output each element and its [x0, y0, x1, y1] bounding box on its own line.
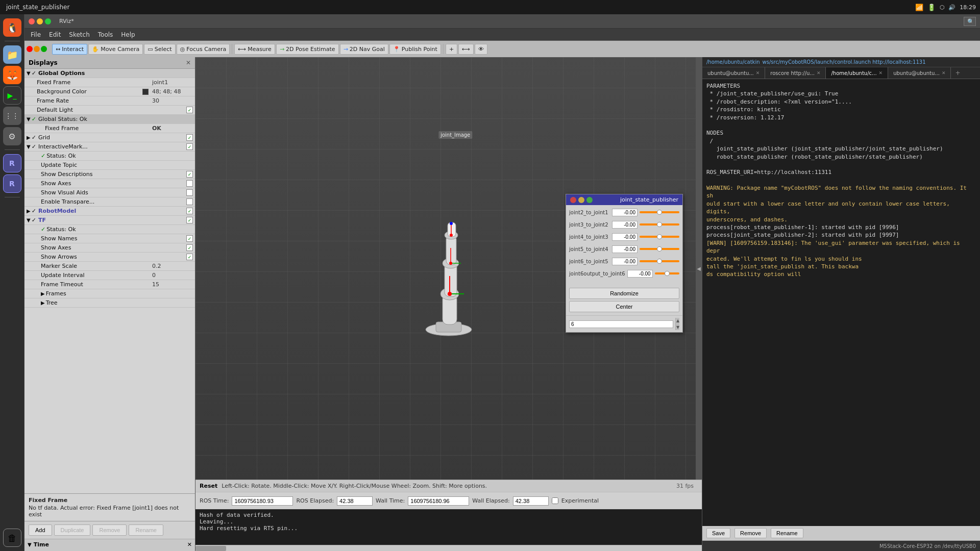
global-options-row[interactable]: ▼ ✓ Global Options: [24, 69, 195, 78]
enable-transparent-checkbox[interactable]: [186, 198, 193, 205]
grid-expand[interactable]: ▶: [27, 135, 31, 140]
scroll-thumb[interactable]: [195, 546, 226, 551]
move-camera-button[interactable]: ✋ Move Camera: [88, 44, 143, 55]
joint-thumb-6[interactable]: [665, 271, 670, 276]
marker-scale-value[interactable]: 0.2: [152, 263, 193, 269]
show-visual-aids-checkbox[interactable]: [186, 189, 193, 196]
terminal-tab-3[interactable]: /home/ubuntu/c... ✕: [826, 67, 888, 79]
minimize-button[interactable]: [37, 18, 43, 24]
joint-input-5[interactable]: [612, 258, 638, 265]
scroll-up[interactable]: ▲: [676, 318, 679, 323]
terminal-tab-3-close[interactable]: ✕: [879, 70, 883, 76]
displays-close-button[interactable]: ✕: [186, 59, 191, 66]
nav-goal-button[interactable]: → 2D Nav Goal: [340, 44, 388, 55]
reset-button[interactable]: Reset: [200, 483, 217, 489]
time-expand[interactable]: ▼: [28, 542, 32, 547]
remove-terminal-button[interactable]: Remove: [734, 528, 767, 538]
toolbar-extra2[interactable]: 👁: [475, 44, 487, 55]
dialog-footer-input[interactable]: [569, 320, 673, 328]
terminal-tab-1-close[interactable]: ✕: [756, 70, 760, 76]
tree-row[interactable]: ▶ Tree: [24, 298, 195, 308]
joint-thumb-5[interactable]: [657, 259, 662, 264]
joint-slider-2[interactable]: [640, 220, 679, 229]
update-interval-value[interactable]: 0: [152, 272, 193, 279]
dialog-minimize-button[interactable]: [578, 197, 584, 203]
default-light-checkbox[interactable]: ✓: [186, 107, 193, 113]
ubuntu-icon[interactable]: 🐧: [3, 18, 21, 37]
frame-rate-value[interactable]: 30: [152, 97, 193, 104]
scroll-down[interactable]: ▼: [676, 325, 679, 330]
tree-expand[interactable]: ▶: [41, 300, 45, 306]
trash-icon[interactable]: 🗑: [3, 529, 21, 547]
grid-row[interactable]: ▶ ✓ Grid ✓: [24, 133, 195, 142]
terminal-tab-2[interactable]: roscore http://u... ✕: [765, 67, 826, 79]
joint-input-3[interactable]: [612, 233, 638, 241]
joint-input-2[interactable]: [612, 221, 638, 229]
show-desc-checkbox[interactable]: ✓: [186, 171, 193, 178]
add-button[interactable]: Add: [29, 524, 52, 536]
bg-color-swatch[interactable]: [142, 89, 149, 95]
interactive-mark-row[interactable]: ▼ ✓ InteractiveMark... ✓: [24, 142, 195, 152]
joint-input-1[interactable]: [612, 209, 638, 216]
interactive-mark-checkbox[interactable]: ✓: [186, 143, 193, 150]
pose-estimate-button[interactable]: → 2D Pose Estimate: [276, 44, 339, 55]
rename-terminal-button[interactable]: Rename: [771, 528, 803, 538]
joint-slider-1[interactable]: [640, 208, 679, 216]
rename-button[interactable]: Rename: [129, 524, 163, 536]
frame-timeout-value[interactable]: 15: [152, 281, 193, 288]
frames-expand[interactable]: ▶: [41, 291, 45, 296]
show-names-checkbox[interactable]: ✓: [186, 235, 193, 242]
select-button[interactable]: ▭ Select: [144, 44, 175, 55]
tf-row[interactable]: ▼ ✓ TF ✓: [24, 216, 195, 225]
joint-thumb-2[interactable]: [657, 222, 662, 227]
terminal-icon[interactable]: ▶_: [3, 86, 21, 105]
menu-edit[interactable]: Edit: [45, 30, 65, 39]
grid-checkbox[interactable]: ✓: [186, 134, 193, 141]
tf-expand[interactable]: ▼: [27, 217, 31, 223]
duplicate-button[interactable]: Duplicate: [54, 524, 91, 536]
terminal-tab-1[interactable]: ubuntu@ubuntu... ✕: [702, 67, 765, 79]
time-close[interactable]: ✕: [187, 541, 192, 548]
close-button[interactable]: [29, 18, 35, 24]
menu-tools[interactable]: Tools: [94, 30, 117, 39]
global-status-row[interactable]: ▼ ✓ Global Status: Ok: [24, 115, 195, 124]
apps-icon[interactable]: ⋮⋮: [3, 107, 21, 125]
terminal-tab-4-close[interactable]: ✕: [942, 70, 946, 76]
show-axes-checkbox[interactable]: [186, 180, 193, 187]
show-axes2-checkbox[interactable]: ✓: [186, 244, 193, 251]
wall-elapsed-input[interactable]: [513, 496, 549, 506]
joint-thumb-3[interactable]: [657, 234, 662, 239]
settings-icon[interactable]: ⚙: [3, 127, 21, 145]
experimental-checkbox[interactable]: [552, 497, 558, 504]
firefox-icon[interactable]: 🦊: [3, 66, 21, 84]
dialog-maximize-button[interactable]: [586, 197, 593, 203]
menu-sketch[interactable]: Sketch: [65, 30, 93, 39]
joint-input-4[interactable]: [612, 245, 638, 253]
remove-button[interactable]: Remove: [92, 524, 127, 536]
frames-row[interactable]: ▶ Frames: [24, 289, 195, 298]
toolbar-extra1[interactable]: ⟷: [458, 44, 474, 55]
robot-model-checkbox[interactable]: ✓: [186, 208, 193, 214]
files-icon[interactable]: 📁: [3, 45, 21, 64]
search-input[interactable]: [964, 17, 976, 26]
bg-color-value[interactable]: 48; 48; 48: [152, 88, 193, 95]
save-terminal-button[interactable]: Save: [706, 528, 730, 538]
horizontal-scrollbar[interactable]: [195, 545, 702, 551]
robot-model-row[interactable]: ▶ ✓ RobotModel ✓: [24, 207, 195, 216]
menu-file[interactable]: File: [27, 30, 45, 39]
ros-elapsed-input[interactable]: [337, 496, 373, 506]
joint-slider-5[interactable]: [640, 257, 679, 265]
dialog-footer-scrollbar[interactable]: ▲ ▼: [675, 318, 679, 330]
terminal-tab-2-close[interactable]: ✕: [817, 70, 821, 76]
show-arrows-checkbox[interactable]: ✓: [186, 254, 193, 260]
center-button[interactable]: Center: [569, 301, 679, 312]
ros-time-input[interactable]: [232, 496, 293, 506]
fixed-frame-value[interactable]: joint1: [152, 79, 193, 86]
rviz-icon[interactable]: R: [3, 154, 21, 172]
focus-camera-button[interactable]: ◎ Focus Camera: [177, 44, 230, 55]
tf-checkbox[interactable]: ✓: [186, 217, 193, 223]
maximize-button[interactable]: [45, 18, 51, 24]
joint-input-6[interactable]: [627, 270, 653, 278]
collapse-right-handle[interactable]: ◀: [696, 57, 702, 480]
dialog-close-button[interactable]: [570, 197, 576, 203]
